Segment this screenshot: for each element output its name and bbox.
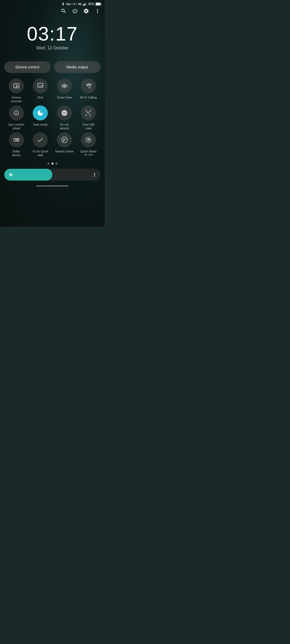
home-bar	[36, 185, 68, 186]
svg-point-14	[17, 139, 19, 141]
dolby-atmos-icon	[13, 136, 20, 143]
settings-icon[interactable]	[83, 8, 89, 14]
screen-recorder-icon-wrap	[9, 78, 24, 93]
qs-do-not-disturb[interactable]: Do notdisturb	[54, 105, 75, 130]
svg-rect-12	[14, 138, 16, 141]
quick-share-label: Quick Share	[80, 149, 97, 153]
pagination-dot-1	[48, 163, 49, 164]
dolby-atmos-icon-wrap	[9, 132, 24, 147]
brightness-icon	[7, 171, 15, 178]
smart-view-icon-wrap	[57, 78, 72, 93]
dex-label: DeX	[38, 96, 43, 99]
device-control-button[interactable]: Device control	[4, 61, 50, 73]
brightness-more-button[interactable]	[92, 172, 97, 177]
eye-comfort-icon: A	[13, 109, 20, 116]
more-options-icon[interactable]	[95, 8, 100, 14]
qs-row-1: Screenrecorder DeX DeX	[4, 78, 100, 103]
smart-view-icon	[61, 82, 68, 89]
qs-quick-share[interactable]: Quick Share No one	[78, 132, 99, 157]
qs-wifi-calling[interactable]: Wi-Fi Calling	[78, 78, 99, 103]
media-output-button[interactable]: Media output	[54, 61, 100, 73]
scan-qr-icon	[85, 109, 92, 116]
qs-eye-comfort[interactable]: A Eye comfortshield	[6, 105, 27, 130]
eye-comfort-label: Eye comfortshield	[8, 123, 24, 130]
scan-qr-icon-wrap	[81, 105, 96, 120]
qs-dex[interactable]: DeX DeX	[30, 78, 51, 103]
screen-recorder-icon	[13, 82, 20, 89]
scan-qr-label: Scan QRcode	[82, 123, 95, 130]
qs-dark-mode[interactable]: Dark mode	[30, 105, 51, 130]
pagination-dot-3	[56, 163, 57, 164]
power-icon[interactable]	[72, 8, 78, 14]
pagination	[0, 159, 105, 167]
nearby-share-label: Nearby Share	[55, 149, 74, 153]
svg-rect-3	[86, 3, 86, 6]
svg-rect-2	[85, 3, 85, 6]
todo-quick-add-label: To Do QuickAdd	[32, 149, 48, 157]
4g-label: 4G	[78, 3, 82, 6]
smart-view-label: Smart View	[57, 96, 72, 99]
quick-settings: Screenrecorder DeX DeX	[0, 78, 105, 159]
bluetooth-icon	[61, 2, 65, 6]
wifi-calling-label: Wi-Fi Calling	[80, 96, 97, 99]
lte-label: LTE1	[71, 3, 77, 5]
eye-comfort-icon-wrap: A	[9, 105, 24, 120]
dark-mode-icon	[37, 109, 44, 116]
dex-icon-wrap: DeX	[33, 78, 48, 93]
nearby-share-icon-wrap	[57, 132, 72, 147]
home-indicator	[0, 183, 105, 188]
clock-time: 03:17	[27, 24, 78, 43]
svg-rect-0	[83, 5, 83, 6]
todo-quick-add-icon-wrap	[33, 132, 48, 147]
status-bar: Vo) LTE1 4G 90%	[0, 0, 105, 7]
svg-text:DeX: DeX	[39, 85, 43, 87]
qs-todo-quick-add[interactable]: To Do QuickAdd	[30, 132, 51, 157]
battery-icon	[96, 2, 102, 6]
qs-row-3: DolbyAtmos To Do QuickAdd	[4, 132, 100, 157]
dex-icon: DeX	[37, 82, 44, 89]
status-icons: Vo) LTE1 4G 90%	[61, 2, 102, 6]
quick-share-icon	[85, 136, 92, 143]
qs-smart-view[interactable]: Smart View	[54, 78, 75, 103]
qs-scan-qr[interactable]: Scan QRcode	[78, 105, 99, 130]
top-controls	[0, 7, 105, 16]
nearby-share-icon	[61, 136, 68, 143]
wifi-calling-icon	[85, 82, 92, 89]
qs-dolby-atmos[interactable]: DolbyAtmos	[6, 132, 27, 157]
clock-section: 03:17 Wed, 12 October	[0, 16, 105, 61]
quick-share-icon-wrap	[81, 132, 96, 147]
todo-quick-add-icon	[37, 136, 44, 143]
brightness-slider[interactable]	[4, 169, 100, 181]
svg-rect-5	[101, 3, 101, 5]
dark-mode-icon-wrap	[33, 105, 48, 120]
wifi-calling-icon-wrap	[81, 78, 96, 93]
do-not-disturb-label: Do notdisturb	[60, 123, 69, 130]
dolby-atmos-label: DolbyAtmos	[12, 149, 20, 157]
clock-date: Wed, 12 October	[36, 46, 69, 50]
qs-nearby-share[interactable]: Nearby Share	[54, 132, 75, 157]
quick-share-sublabel: No one	[84, 153, 93, 156]
do-not-disturb-icon-wrap	[57, 105, 72, 120]
search-icon[interactable]	[61, 8, 67, 14]
svg-rect-1	[84, 4, 84, 6]
pagination-dot-2	[52, 163, 53, 164]
qs-screen-recorder[interactable]: Screenrecorder	[6, 78, 27, 103]
svg-rect-6	[96, 3, 100, 5]
svg-text:A: A	[15, 112, 17, 115]
qs-row-2: A Eye comfortshield Dark mode	[4, 105, 100, 130]
screen-recorder-label: Screenrecorder	[11, 96, 22, 103]
volte-label: Vo)	[66, 3, 70, 6]
dark-mode-label: Dark mode	[33, 123, 48, 126]
do-not-disturb-icon	[61, 109, 68, 116]
action-buttons: Device control Media output	[0, 61, 105, 78]
signal-icon	[83, 2, 87, 6]
battery-percent: 90%	[88, 2, 95, 6]
